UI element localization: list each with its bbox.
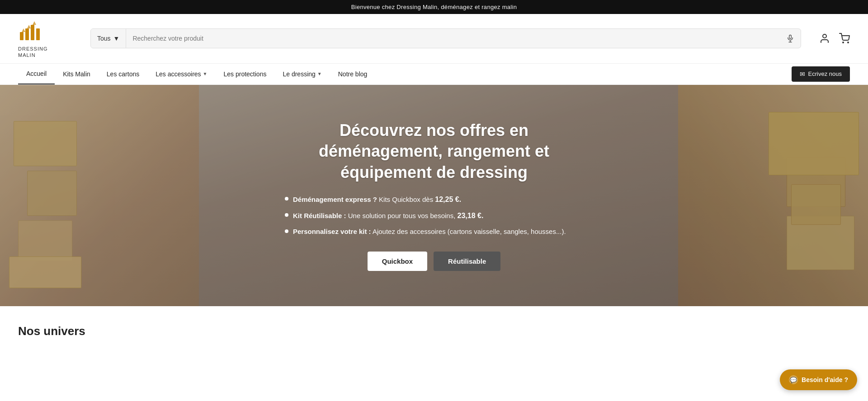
logo-icon	[18, 19, 44, 45]
bullet-2-prefix: Kit Réutilisable :	[293, 212, 346, 219]
user-icon	[819, 33, 830, 44]
cart-icon	[839, 33, 850, 44]
chevron-accessoires-icon: ▼	[203, 71, 208, 76]
logo[interactable]: Dressing Malin	[18, 19, 81, 59]
bullet-1-prefix: Déménagement express ?	[293, 196, 377, 203]
email-icon: ✉	[800, 70, 805, 78]
hero-section: Découvrez nos offres en déménagement, ra…	[0, 85, 868, 306]
search-input[interactable]	[126, 35, 780, 42]
reutilisable-button[interactable]: Réutilisable	[434, 252, 500, 271]
cart-button[interactable]	[839, 33, 850, 44]
svg-rect-3	[36, 28, 40, 40]
bullet-dot-2	[285, 213, 288, 217]
nav-item-kits-malin[interactable]: Kits Malin	[55, 64, 99, 84]
bullet-2-middle: Une solution pour tous vos besoins,	[348, 212, 458, 219]
nav-items: Accueil Kits Malin Les cartons Les acces…	[18, 64, 792, 84]
bullet-3-text: Personnalisez votre kit : Ajoutez des ac…	[293, 227, 566, 237]
nav-item-cartons[interactable]: Les cartons	[99, 64, 147, 84]
nav-item-accessoires[interactable]: Les accessoires ▼	[147, 64, 215, 84]
svg-marker-5	[27, 25, 31, 28]
hero-buttons: Quickbox Réutilisable	[285, 252, 583, 271]
nav-item-accueil[interactable]: Accueil	[18, 64, 55, 84]
svg-rect-2	[31, 25, 34, 40]
svg-rect-7	[789, 35, 792, 39]
nav-bar: Accueil Kits Malin Les cartons Les acces…	[0, 64, 868, 85]
svg-point-10	[823, 34, 826, 38]
bullet-2-price: 23,18 €.	[458, 212, 484, 219]
category-label: Tous	[97, 35, 111, 42]
svg-rect-0	[20, 32, 24, 40]
bullet-3-middle: Ajoutez des accessoires (cartons vaissel…	[373, 228, 566, 235]
univers-section: Nos univers	[0, 306, 868, 347]
header: Dressing Malin Tous ▼	[0, 14, 868, 64]
hero-bullet-1: Déménagement express ? Kits Quickbox dès…	[285, 194, 583, 205]
nav-item-protections[interactable]: Les protections	[216, 64, 275, 84]
hero-bullet-3: Personnalisez votre kit : Ajoutez des ac…	[285, 227, 583, 237]
bullet-1-text: Déménagement express ? Kits Quickbox dès…	[293, 194, 461, 205]
category-dropdown[interactable]: Tous ▼	[91, 29, 126, 48]
hero-content: Découvrez nos offres en déménagement, ra…	[276, 107, 592, 284]
banner-text: Bienvenue chez Dressing Malin, déménagez…	[351, 4, 517, 10]
mic-button[interactable]	[780, 34, 801, 42]
quickbox-button[interactable]: Quickbox	[368, 252, 427, 271]
chevron-dressing-icon: ▼	[317, 71, 322, 76]
bullet-3-prefix: Personnalisez votre kit :	[293, 228, 371, 235]
chevron-down-icon: ▼	[113, 35, 120, 42]
bullet-2-text: Kit Réutilisable : Une solution pour tou…	[293, 210, 483, 221]
bullet-dot-3	[285, 229, 288, 233]
user-account-button[interactable]	[819, 33, 830, 44]
microphone-icon	[786, 34, 794, 42]
hero-bullet-2: Kit Réutilisable : Une solution pour tou…	[285, 210, 583, 221]
logo-text: Dressing Malin	[18, 46, 47, 59]
svg-marker-6	[33, 21, 36, 25]
top-banner: Bienvenue chez Dressing Malin, déménagez…	[0, 0, 868, 14]
svg-point-11	[843, 42, 844, 43]
bullet-dot-1	[285, 197, 288, 200]
ecrivez-nous-button[interactable]: ✉ Ecrivez nous	[792, 66, 850, 82]
nav-item-dressing[interactable]: Le dressing ▼	[274, 64, 330, 84]
svg-rect-1	[25, 28, 29, 40]
univers-title: Nos univers	[18, 324, 850, 338]
bullet-1-middle: Kits Quickbox dès	[379, 196, 435, 203]
header-icons	[819, 33, 850, 44]
nav-item-blog[interactable]: Notre blog	[330, 64, 376, 84]
svg-point-12	[848, 42, 849, 43]
hero-title: Découvrez nos offres en déménagement, ra…	[285, 120, 583, 183]
svg-marker-4	[22, 28, 25, 32]
search-bar: Tous ▼	[90, 28, 801, 48]
hero-bullets: Déménagement express ? Kits Quickbox dès…	[285, 194, 583, 237]
bullet-1-price: 12,25 €.	[435, 196, 461, 203]
